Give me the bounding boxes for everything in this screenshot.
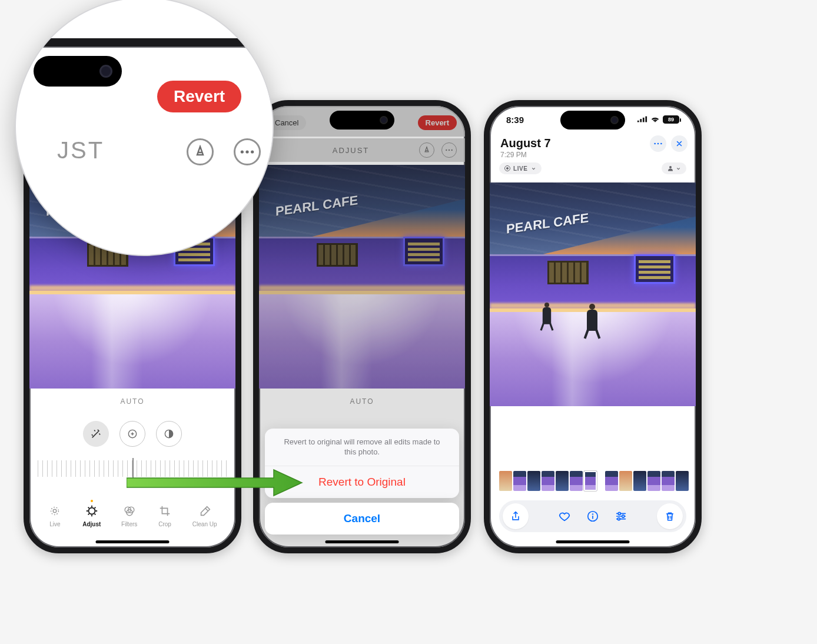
- battery-indicator: 89: [663, 115, 679, 124]
- info-icon: [586, 510, 599, 523]
- revert-button-zoom: Revert: [157, 81, 241, 112]
- tab-adjust[interactable]: Adjust: [82, 504, 101, 527]
- badge-row: LIVE: [490, 162, 696, 174]
- crop-icon: [158, 504, 171, 517]
- detail-toolbar: [499, 500, 686, 532]
- svg-point-25: [622, 515, 625, 517]
- svg-point-20: [660, 143, 662, 145]
- more-icon: [653, 142, 663, 145]
- thumbnail[interactable]: [647, 471, 660, 491]
- heart-icon: [558, 510, 571, 523]
- tab-filters-label: Filters: [121, 521, 137, 527]
- thumbnail[interactable]: [676, 471, 689, 491]
- more-button-zoom: [234, 138, 261, 165]
- svg-marker-30: [127, 470, 302, 496]
- adjust-fragment: JST: [57, 137, 104, 164]
- markup-button-zoom: [187, 138, 214, 165]
- tab-live[interactable]: Live: [48, 504, 62, 527]
- thumbnail[interactable]: [605, 471, 618, 491]
- home-indicator[interactable]: [556, 540, 630, 543]
- thumbnail[interactable]: [570, 471, 583, 491]
- sheet-message: Revert to original will remove all edits…: [265, 429, 459, 466]
- svg-point-26: [617, 518, 620, 520]
- photo-time: 7:29 PM: [500, 151, 685, 159]
- wifi-icon: [650, 116, 660, 123]
- svg-point-19: [657, 143, 659, 145]
- favorite-button[interactable]: [552, 503, 577, 529]
- svg-rect-17: [645, 117, 647, 122]
- svg-point-5: [54, 509, 57, 513]
- people-chip[interactable]: [662, 162, 686, 174]
- svg-point-28: [245, 150, 248, 153]
- thumbnail[interactable]: [499, 471, 512, 491]
- sliders-icon: [615, 510, 627, 523]
- tab-cleanup-label: Clean Up: [192, 521, 217, 527]
- delete-button[interactable]: [657, 503, 683, 529]
- exposure-icon: [127, 428, 138, 440]
- edit-tab-bar: Live Adjust Filters Crop Clean Up: [29, 494, 235, 537]
- highlights-tool[interactable]: [156, 421, 182, 447]
- status-time: 8:39: [506, 115, 524, 125]
- adjust-icon: [85, 504, 98, 517]
- auto-enhance-tool[interactable]: [83, 421, 109, 447]
- eraser-icon: [198, 504, 211, 517]
- home-indicator[interactable]: [96, 540, 170, 543]
- tool-row: [29, 421, 235, 456]
- sheet-cancel-button[interactable]: Cancel: [265, 503, 459, 535]
- more-icon: [240, 150, 255, 154]
- photo-header: August 7 7:29 PM: [490, 132, 696, 159]
- thumbnail-strip[interactable]: [499, 471, 686, 491]
- photo-preview[interactable]: PEARL CAFE: [490, 182, 696, 406]
- tab-live-label: Live: [49, 521, 60, 527]
- svg-point-24: [618, 512, 620, 514]
- share-button[interactable]: [503, 503, 529, 529]
- person-icon: [667, 165, 674, 172]
- svg-point-29: [251, 150, 254, 153]
- trash-icon: [664, 510, 676, 522]
- markup-icon: [193, 145, 207, 159]
- svg-point-27: [241, 150, 244, 153]
- svg-point-23: [592, 513, 593, 514]
- guide-arrow: [127, 465, 303, 500]
- dynamic-island: [330, 111, 394, 130]
- dynamic-island: [560, 111, 625, 130]
- thumbnail[interactable]: [662, 471, 675, 491]
- tab-crop[interactable]: Crop: [158, 504, 172, 527]
- svg-rect-14: [637, 121, 639, 122]
- svg-point-21: [669, 166, 672, 168]
- auto-label: AUTO: [29, 397, 235, 406]
- live-badge-label: LIVE: [513, 165, 528, 172]
- dynamic-island: [34, 56, 122, 87]
- thumbnail[interactable]: [556, 471, 569, 491]
- tab-filters[interactable]: Filters: [121, 504, 137, 527]
- thumbnail[interactable]: [542, 471, 554, 491]
- chevron-down-icon: [676, 166, 681, 171]
- live-ring-icon: [504, 165, 510, 171]
- cellular-icon: [637, 116, 647, 123]
- live-badge[interactable]: LIVE: [499, 162, 542, 174]
- svg-rect-15: [640, 119, 642, 122]
- svg-point-18: [654, 143, 656, 145]
- home-indicator[interactable]: [326, 540, 399, 543]
- share-icon: [510, 510, 522, 522]
- tab-cleanup[interactable]: Clean Up: [192, 504, 217, 527]
- chevron-down-icon: [531, 166, 536, 171]
- exposure-tool[interactable]: [119, 421, 145, 447]
- svg-point-6: [51, 507, 59, 515]
- contrast-icon: [163, 428, 175, 440]
- thumbnail[interactable]: [527, 471, 540, 491]
- close-button[interactable]: [671, 135, 688, 152]
- thumbnail[interactable]: [619, 471, 632, 491]
- thumbnail-current[interactable]: [584, 471, 597, 491]
- edit-button[interactable]: [608, 503, 634, 529]
- phone-photo-detail: 8:39 89 August 7 7:29 PM LIVE: [484, 100, 702, 553]
- tab-adjust-label: Adjust: [82, 521, 101, 527]
- thumbnail[interactable]: [513, 471, 526, 491]
- filters-icon: [123, 504, 136, 517]
- magnifier-callout: Revert JST: [15, 0, 274, 256]
- info-button[interactable]: [580, 503, 606, 529]
- close-icon: [675, 140, 683, 148]
- options-button[interactable]: [650, 135, 666, 152]
- thumbnail[interactable]: [633, 471, 646, 491]
- wand-icon: [90, 428, 102, 440]
